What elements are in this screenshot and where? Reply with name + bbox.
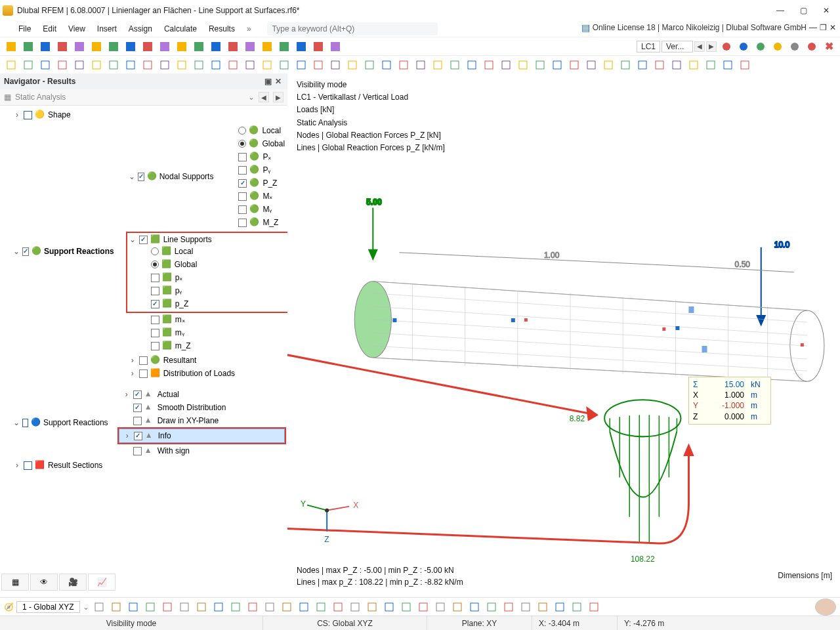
bottom-btn-1[interactable] bbox=[109, 600, 123, 614]
lc-prev-icon[interactable]: ◀ bbox=[694, 41, 705, 52]
toolbar2-btn-15[interactable] bbox=[260, 58, 274, 72]
bottom-btn-0[interactable] bbox=[92, 600, 106, 614]
toolbar2-btn-43[interactable] bbox=[738, 58, 752, 72]
toolbar2-btn-13[interactable] bbox=[226, 58, 240, 72]
toolbar2-btn-14[interactable] bbox=[243, 58, 257, 72]
toolbar2-btn-29[interactable] bbox=[499, 58, 513, 72]
bottom-btn-24[interactable] bbox=[501, 600, 516, 614]
bottom-btn-11[interactable] bbox=[280, 600, 294, 614]
bottom-btn-9[interactable] bbox=[245, 600, 260, 614]
toolbar2-btn-12[interactable] bbox=[209, 58, 223, 72]
toolbar2-btn-33[interactable] bbox=[567, 58, 581, 72]
bottom-btn-18[interactable] bbox=[399, 600, 413, 614]
toolbar1-btn-14[interactable] bbox=[243, 39, 257, 54]
toolbar1-btn-16[interactable] bbox=[277, 39, 291, 54]
bottom-btn-8[interactable] bbox=[228, 600, 243, 614]
toolbar2-btn-30[interactable] bbox=[516, 58, 530, 72]
bottom-btn-28[interactable] bbox=[570, 600, 584, 614]
window-maximize-icon[interactable]: ▢ bbox=[800, 6, 807, 15]
toolbar1-btn-12[interactable] bbox=[209, 39, 223, 54]
toolbar2-btn-39[interactable] bbox=[669, 58, 684, 72]
toolbar2-btn-16[interactable] bbox=[277, 58, 291, 72]
bottom-btn-17[interactable] bbox=[382, 600, 396, 614]
nav-tab-display[interactable]: 👁 bbox=[30, 574, 58, 591]
toolbar1b-btn-2[interactable] bbox=[753, 39, 768, 54]
menu-calculate[interactable]: Calculate bbox=[164, 24, 197, 33]
toolbar2-btn-35[interactable] bbox=[601, 58, 616, 72]
toolbar2-btn-18[interactable] bbox=[311, 58, 326, 72]
bottom-btn-7[interactable] bbox=[211, 600, 226, 614]
dropdown-icon[interactable]: ⌄ bbox=[248, 93, 255, 102]
loadcase-combo[interactable]: LC1 Ver... ◀ ▶ bbox=[637, 41, 717, 52]
bottom-btn-26[interactable] bbox=[536, 600, 550, 614]
toolbar1-btn-7[interactable] bbox=[123, 39, 138, 54]
toolbar1-btn-9[interactable] bbox=[158, 39, 172, 54]
viewport-3d[interactable]: Visibility mode LC1 - Vertikallast / Ver… bbox=[287, 74, 840, 592]
cs-combo[interactable]: 1 - Global XYZ bbox=[16, 601, 80, 613]
toolbar2-btn-21[interactable] bbox=[362, 58, 377, 72]
mdi-restore-icon[interactable]: ❐ bbox=[820, 23, 827, 32]
toolbar2-btn-2[interactable] bbox=[38, 58, 52, 72]
menu-insert[interactable]: Insert bbox=[97, 24, 117, 33]
bottom-btn-16[interactable] bbox=[365, 600, 379, 614]
toolbar2-btn-37[interactable] bbox=[635, 58, 650, 72]
toolbar1-btn-0[interactable] bbox=[4, 39, 18, 54]
toolbar2-btn-28[interactable] bbox=[482, 58, 496, 72]
toolbar2-btn-25[interactable] bbox=[430, 58, 445, 72]
toolbar2-btn-20[interactable] bbox=[345, 58, 360, 72]
book-icon[interactable]: ▤ bbox=[581, 22, 590, 33]
toolbar2-btn-22[interactable] bbox=[379, 58, 394, 72]
bottom-btn-20[interactable] bbox=[433, 600, 448, 614]
toolbar2-btn-42[interactable] bbox=[721, 58, 735, 72]
toolbar2-btn-34[interactable] bbox=[584, 58, 598, 72]
bottom-btn-25[interactable] bbox=[518, 600, 533, 614]
toolbar2-btn-7[interactable] bbox=[123, 58, 138, 72]
bottom-btn-2[interactable] bbox=[126, 600, 140, 614]
menu-more[interactable]: » bbox=[247, 24, 251, 33]
menu-edit[interactable]: Edit bbox=[43, 24, 56, 33]
bottom-btn-12[interactable] bbox=[297, 600, 311, 614]
panel-close-icon[interactable]: ✕ bbox=[273, 76, 284, 87]
toolbar2-btn-19[interactable] bbox=[328, 58, 343, 72]
toolbar2-btn-41[interactable] bbox=[704, 58, 718, 72]
toolbar1b-btn-1[interactable] bbox=[736, 39, 751, 54]
bottom-btn-6[interactable] bbox=[194, 600, 209, 614]
toolbar2-btn-10[interactable] bbox=[175, 58, 189, 72]
toolbar1-btn-4[interactable] bbox=[72, 39, 87, 54]
toolbar2-btn-40[interactable] bbox=[686, 58, 701, 72]
window-close-icon[interactable]: ✕ bbox=[823, 6, 830, 15]
navigator-filter[interactable]: ▦ Static Analysis ⌄ ◀ ▶ bbox=[0, 89, 287, 106]
cs-icon[interactable]: 🧭 bbox=[4, 602, 14, 612]
toolbar2-btn-36[interactable] bbox=[618, 58, 633, 72]
bottom-btn-13[interactable] bbox=[314, 600, 328, 614]
menu-file[interactable]: File bbox=[18, 24, 31, 33]
toolbar1-btn-19[interactable] bbox=[328, 39, 343, 54]
filter-next-icon[interactable]: ▶ bbox=[273, 92, 284, 102]
window-minimize-icon[interactable]: — bbox=[776, 6, 784, 15]
bottom-btn-14[interactable] bbox=[331, 600, 345, 614]
bottom-btn-10[interactable] bbox=[262, 600, 277, 614]
nav-tab-results[interactable]: 📈 bbox=[88, 574, 116, 591]
toolbar2-btn-9[interactable] bbox=[158, 58, 172, 72]
toolbar2-btn-17[interactable] bbox=[294, 58, 308, 72]
toolbar1b-btn-5[interactable] bbox=[805, 39, 819, 54]
menu-results[interactable]: Results bbox=[209, 24, 235, 33]
bottom-btn-27[interactable] bbox=[553, 600, 567, 614]
lc-next-icon[interactable]: ▶ bbox=[706, 41, 717, 52]
toolbar2-btn-4[interactable] bbox=[72, 58, 87, 72]
menu-view[interactable]: View bbox=[68, 24, 85, 33]
bottom-btn-19[interactable] bbox=[416, 600, 430, 614]
toolbar1-btn-17[interactable] bbox=[294, 39, 308, 54]
bottom-btn-4[interactable] bbox=[160, 600, 175, 614]
toolbar2-btn-38[interactable] bbox=[652, 58, 667, 72]
toolbar1b-btn-3[interactable] bbox=[770, 39, 785, 54]
user-avatar[interactable] bbox=[815, 598, 836, 616]
mdi-close-icon[interactable]: ✕ bbox=[830, 23, 836, 32]
bottom-btn-29[interactable] bbox=[587, 600, 601, 614]
panel-float-icon[interactable]: ▣ bbox=[262, 76, 273, 87]
toolbar1-btn-6[interactable] bbox=[106, 39, 121, 54]
toolbar1-btn-15[interactable] bbox=[260, 39, 274, 54]
nav-tab-views[interactable]: 🎥 bbox=[59, 574, 87, 591]
toolbar1-btn-3[interactable] bbox=[55, 39, 70, 54]
toolbar1-btn-2[interactable] bbox=[38, 39, 52, 54]
